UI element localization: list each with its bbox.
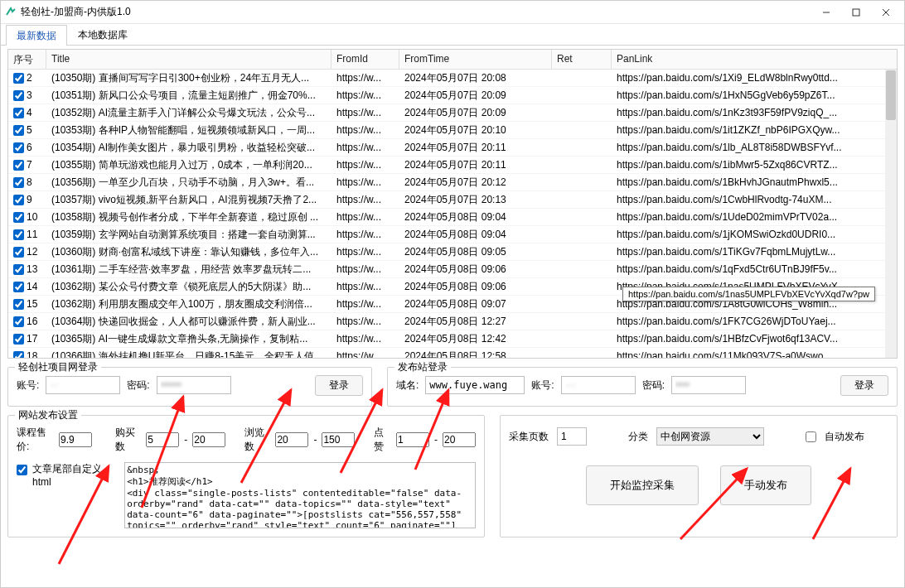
input-like-min[interactable] [396,432,429,447]
cell-fromtime: 2024年05月08日 09:06 [399,262,552,277]
cell-title: (10352期) AI流量主新手入门详解公众号爆文玩法，公众号... [46,105,332,121]
row-index: 10 [27,211,37,223]
row-checkbox[interactable] [13,125,24,136]
table-row[interactable]: 5(10353期) 各种IP人物智能翻唱，短视频领域新风口，一周...https… [8,122,897,139]
col-title[interactable]: Title [46,50,332,69]
cell-panlink: https://pan.baidu.com/s/1Xi9_ELdW8blnRwy… [612,71,897,84]
row-checkbox[interactable] [13,299,24,310]
checkbox-custom-html[interactable] [17,465,27,475]
table-row[interactable]: 11(10359期) 玄学网站自动测算系统项目：搭建一套自动测算...https… [8,226,897,243]
group-publish-login: 发布站登录 域名: 账号: 密码: 登录 [387,367,898,407]
row-checkbox[interactable] [13,334,24,345]
manual-publish-button[interactable]: 手动发布 [720,465,811,505]
row-checkbox[interactable] [13,212,24,223]
row-index: 7 [27,159,32,171]
table-row[interactable]: 18(10366期) 海外挂机撸U新平台，日赚8-15美元，全程无人值...ht… [8,348,897,359]
cell-ret [552,216,612,218]
row-checkbox[interactable] [13,229,24,240]
row-checkbox[interactable] [13,108,24,118]
col-panlink[interactable]: PanLink [612,50,897,69]
cell-fromid: https://w... [332,349,399,359]
col-ret[interactable]: Ret [552,50,612,69]
table-row[interactable]: 13(10361期) 二手车经营·效率罗盘，用经营 效率罗盘玩转二...http… [8,261,897,278]
cell-fromid: https://w... [332,245,399,258]
table-row[interactable]: 10(10358期) 视频号创作者分成，下半年全新赛道，稳过原创 ...http… [8,209,897,226]
col-index[interactable]: 序号 [8,50,46,69]
input-account[interactable] [46,376,120,394]
row-checkbox[interactable] [13,142,24,153]
cell-fromtime: 2024年05月08日 09:07 [399,296,552,312]
label-view: 浏览数 [244,426,271,454]
cell-title: (10358期) 视频号创作者分成，下半年全新赛道，稳过原创 ... [46,210,332,225]
table-row[interactable]: 4(10352期) AI流量主新手入门详解公众号爆文玩法，公众号...https… [8,104,897,122]
titlebar: 轻创社-加盟商-内供版1.0 [1,1,904,24]
textarea-custom-html[interactable] [124,462,476,528]
window-title: 轻创社-加盟商-内供版1.0 [21,5,811,19]
input-account[interactable] [561,376,636,394]
input-password[interactable] [671,376,746,394]
input-like-max[interactable] [443,432,476,447]
cell-title: (10364期) 快递回收掘金，人人都可以赚派件费，新人副业... [46,314,332,330]
row-checkbox[interactable] [13,316,24,327]
login-button[interactable]: 登录 [840,375,888,396]
table-row[interactable]: 2(10350期) 直播间写写字日引300+创业粉，24年五月无人...http… [8,70,897,87]
table-row[interactable]: 6(10354期) AI制作美女图片，暴力吸引男粉，收益轻松突破...https… [8,139,897,157]
table-row[interactable]: 17(10365期) AI一键生成爆款文章撸头条,无脑操作，复制粘...http… [8,330,897,348]
maximize-button[interactable] [841,2,871,23]
cell-title: (10366期) 海外挂机撸U新平台，日赚8-15美元，全程无人值... [46,349,332,359]
row-index: 16 [27,316,37,327]
row-checkbox[interactable] [13,177,24,188]
cell-title: (10353期) 各种IP人物智能翻唱，短视频领域新风口，一周... [46,123,332,138]
row-checkbox[interactable] [13,264,24,275]
start-monitor-button[interactable]: 开始监控采集 [586,465,699,505]
row-checkbox[interactable] [13,195,24,205]
table-row[interactable]: 12(10360期) 财商·创富私域线下讲座：靠认知赚钱，多位年入...http… [8,243,897,261]
row-checkbox[interactable] [13,351,24,359]
cell-fromid: https://w... [332,210,399,224]
table-row[interactable]: 16(10364期) 快递回收掘金，人人都可以赚派件费，新人副业...https… [8,313,897,330]
input-buy-max[interactable] [192,432,225,447]
select-category[interactable]: 中创网资源 [656,427,764,446]
input-buy-min[interactable] [146,432,179,447]
row-checkbox[interactable] [13,247,24,258]
tab-local-db[interactable]: 本地数据库 [67,24,138,45]
group-collect: 采集页数 分类 中创网资源 自动发布 开始监控采集 手动发布 [500,415,898,537]
cell-fromtime: 2024年05月08日 12:27 [399,314,552,330]
label-password: 密码: [642,378,665,393]
checkbox-auto-publish[interactable] [806,431,816,442]
table-row[interactable]: 9(10357期) vivo短视频,新平台新风口，AI混剪视频7天撸了2...h… [8,191,897,209]
row-checkbox[interactable] [13,90,24,101]
row-checkbox[interactable] [13,73,24,84]
cell-fromid: https://w... [332,263,399,276]
cell-panlink: https://pan.baidu.com/s/1BkHvhJGnautmPhw… [612,176,897,189]
label-pages: 采集页数 [509,430,549,444]
input-password[interactable] [157,376,231,394]
input-view-max[interactable] [322,432,355,447]
row-checkbox[interactable] [13,282,24,292]
row-index: 18 [27,350,37,359]
row-index: 3 [27,89,32,101]
tab-new-data[interactable]: 最新数据 [6,25,67,46]
col-fromtime[interactable]: FromTime [399,50,552,69]
input-domain[interactable] [425,376,525,394]
cell-panlink: https://pan.baidu.com/s/1jKOMSwiOzkd0UDR… [612,228,897,241]
scrollbar-thumb[interactable] [886,70,896,120]
close-button[interactable] [871,2,901,23]
input-pages[interactable] [557,427,587,446]
input-price[interactable] [59,432,92,447]
table-row[interactable]: 8(10356期) 一单至少几百块，只动手不动脑，月入3w+。看...https… [8,174,897,191]
col-fromid[interactable]: FromId [332,50,399,69]
cell-title: (10361期) 二手车经营·效率罗盘，用经营 效率罗盘玩转二... [46,262,332,277]
cell-fromtime: 2024年05月07日 20:12 [399,175,552,190]
cell-fromid: https://w... [332,280,399,293]
data-table: 序号 Title FromId FromTime Ret PanLink 2(1… [7,49,898,359]
cell-fromid: https://w... [332,193,399,206]
minimize-button[interactable] [811,2,841,23]
row-index: 15 [27,298,37,310]
table-row[interactable]: 7(10355期) 简单玩游戏也能月入过万，0成本，一单利润20...https… [8,157,897,174]
cell-fromid: https://w... [332,297,399,311]
input-view-min[interactable] [275,432,308,447]
login-button[interactable]: 登录 [315,375,363,396]
row-checkbox[interactable] [13,160,24,171]
table-row[interactable]: 3(10351期) 新风口公众号项目，流量主短剧推广，佣金70%...https… [8,87,897,104]
